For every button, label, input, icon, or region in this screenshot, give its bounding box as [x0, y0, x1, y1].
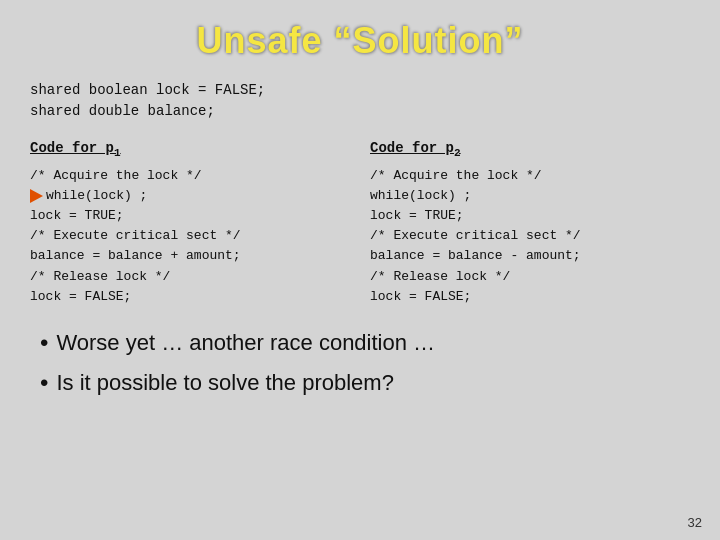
- p1-line-5: /* Release lock */: [30, 267, 350, 287]
- shared-var-line2: shared double balance;: [30, 101, 690, 122]
- page-number: 32: [688, 515, 702, 530]
- bullet-text-0: Worse yet … another race condition …: [56, 326, 435, 359]
- arrow-icon: [30, 189, 43, 203]
- bullet-item-1: • Is it possible to solve the problem?: [40, 365, 690, 401]
- code-block-p1: Code for p1 /* Acquire the lock */ while…: [30, 138, 350, 307]
- bullet-item-0: • Worse yet … another race condition …: [40, 325, 690, 361]
- p2-line-6: lock = FALSE;: [370, 287, 690, 307]
- p2-line-1: while(lock) ;: [370, 186, 690, 206]
- bullet-dot-0: •: [40, 325, 48, 361]
- p2-line-3: /* Execute critical sect */: [370, 226, 690, 246]
- code-block-p2: Code for p2 /* Acquire the lock */ while…: [370, 138, 690, 307]
- p2-line-2: lock = TRUE;: [370, 206, 690, 226]
- shared-vars: shared boolean lock = FALSE; shared doub…: [30, 80, 690, 122]
- p1-line-3: /* Execute critical sect */: [30, 226, 350, 246]
- code-header-p2: Code for p2: [370, 138, 690, 162]
- shared-var-line1: shared boolean lock = FALSE;: [30, 80, 690, 101]
- slide-title: Unsafe “Solution”: [30, 20, 690, 62]
- bullet-dot-1: •: [40, 365, 48, 401]
- p2-line-5: /* Release lock */: [370, 267, 690, 287]
- slide: Unsafe “Solution” shared boolean lock = …: [0, 0, 720, 540]
- p1-line-4: balance = balance + amount;: [30, 246, 350, 266]
- p1-line-0: /* Acquire the lock */: [30, 166, 350, 186]
- bullet-text-1: Is it possible to solve the problem?: [56, 366, 394, 399]
- p2-line-4: balance = balance - amount;: [370, 246, 690, 266]
- p1-line-6: lock = FALSE;: [30, 287, 350, 307]
- bullet-section: • Worse yet … another race condition … •…: [30, 325, 690, 401]
- code-section: Code for p1 /* Acquire the lock */ while…: [30, 138, 690, 307]
- code-header-p1: Code for p1: [30, 138, 350, 162]
- p1-line-1: while(lock) ;: [30, 186, 350, 206]
- p2-line-0: /* Acquire the lock */: [370, 166, 690, 186]
- p1-line-2: lock = TRUE;: [30, 206, 350, 226]
